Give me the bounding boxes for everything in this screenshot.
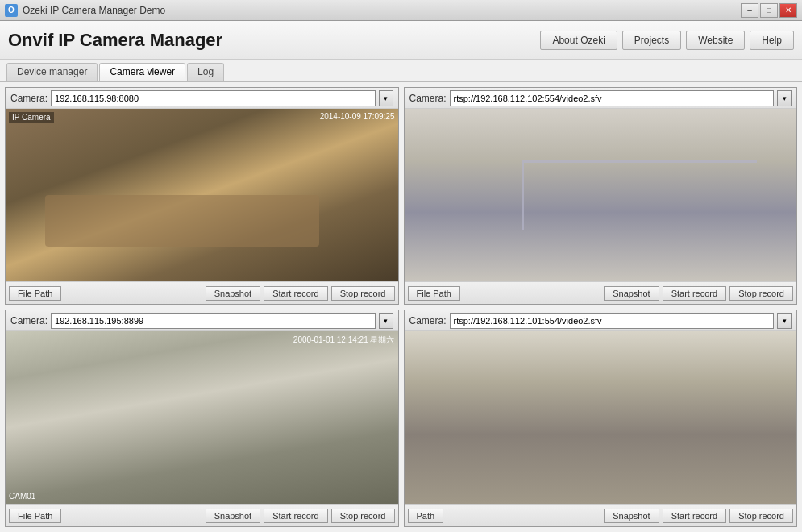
camera-panel-4: Camera: ▾ Path Snapshot Start record Sto… (404, 310, 798, 527)
camera-panel-3: Camera: ▾ 2000-01-01 12:14:21 星期六 CAM01 … (5, 310, 399, 527)
camera-2-filepath-button[interactable]: File Path (408, 286, 460, 301)
app-title: Onvif IP Camera Manager (8, 30, 222, 51)
camera-3-cam-id: CAM01 (9, 492, 35, 501)
camera-3-address-input[interactable] (51, 313, 375, 329)
camera-3-snapshot-button[interactable]: Snapshot (206, 509, 260, 523)
camera-3-dropdown[interactable]: ▾ (379, 313, 393, 329)
close-button[interactable]: ✕ (779, 3, 797, 18)
camera-2-start-record-button[interactable]: Start record (663, 286, 726, 301)
camera-4-snapshot-button[interactable]: Snapshot (604, 509, 659, 523)
camera-2-dropdown[interactable]: ▾ (777, 90, 792, 106)
office-desk-decoration (45, 195, 320, 247)
camera-1-stop-record-button[interactable]: Stop record (331, 286, 395, 301)
camera-4-header: Camera: ▾ (405, 310, 797, 331)
camera-3-filepath-button[interactable]: File Path (9, 509, 61, 523)
tab-log[interactable]: Log (187, 63, 224, 81)
camera-1-label: Camera: (10, 93, 48, 104)
camera-4-address-input[interactable] (450, 313, 774, 329)
tab-device-manager[interactable]: Device manager (6, 63, 98, 81)
camera-3-video: 2000-01-01 12:14:21 星期六 CAM01 (6, 331, 398, 504)
camera-3-label: Camera: (10, 315, 48, 326)
camera-4-video (405, 331, 797, 504)
camera-4-stop-record-button[interactable]: Stop record (729, 509, 793, 523)
header-buttons: About Ozeki Projects Website Help (540, 31, 794, 50)
camera-4-footer: Path Snapshot Start record Stop record (405, 504, 797, 526)
camera-4-label: Camera: (409, 315, 447, 326)
camera-3-footer: File Path Snapshot Start record Stop rec… (6, 504, 398, 526)
maximize-button[interactable]: □ (760, 3, 778, 18)
camera-1-address-input[interactable] (51, 90, 375, 106)
camera-panel-2: Camera: ▾ File Path Snapshot Start recor… (404, 87, 798, 305)
camera-2-header: Camera: ▾ (405, 88, 797, 109)
camera-2-snapshot-button[interactable]: Snapshot (604, 286, 659, 301)
window-title: Ozeki IP Camera Manager Demo (23, 5, 165, 16)
app-icon: O (5, 4, 18, 17)
camera-1-overlay-label: IP Camera (9, 112, 54, 123)
website-button[interactable]: Website (686, 31, 745, 50)
camera-4-filepath-button[interactable]: Path (408, 509, 444, 523)
camera-2-stop-record-button[interactable]: Stop record (729, 286, 793, 301)
title-bar: O Ozeki IP Camera Manager Demo – □ ✕ (0, 0, 802, 21)
tabs-bar: Device manager Camera viewer Log (0, 60, 802, 82)
tab-camera-viewer[interactable]: Camera viewer (99, 63, 185, 81)
camera-1-header: Camera: ▾ (6, 88, 398, 109)
menu-bar: Onvif IP Camera Manager About Ozeki Proj… (0, 21, 802, 60)
window-controls: – □ ✕ (741, 3, 797, 18)
camera-3-stop-record-button[interactable]: Stop record (331, 509, 395, 523)
camera-2-address-input[interactable] (450, 90, 774, 106)
camera-1-dropdown[interactable]: ▾ (379, 90, 393, 106)
camera-1-video: IP Camera 2014-10-09 17:09:25 (6, 109, 398, 281)
help-button[interactable]: Help (750, 31, 794, 50)
camera-4-dropdown[interactable]: ▾ (777, 313, 792, 329)
camera-1-filepath-button[interactable]: File Path (9, 286, 61, 301)
camera-4-start-record-button[interactable]: Start record (663, 509, 726, 523)
camera-3-feed (6, 331, 398, 504)
camera-4-feed (405, 331, 797, 504)
camera-1-footer: File Path Snapshot Start record Stop rec… (6, 281, 398, 304)
camera-3-header: Camera: ▾ (6, 310, 398, 331)
about-ozeki-button[interactable]: About Ozeki (540, 31, 617, 50)
camera-3-start-record-button[interactable]: Start record (264, 509, 327, 523)
camera-2-video (405, 109, 797, 281)
camera-1-start-record-button[interactable]: Start record (264, 286, 327, 301)
projects-button[interactable]: Projects (622, 31, 681, 50)
camera-grid: Camera: ▾ IP Camera 2014-10-09 17:09:25 … (0, 82, 802, 532)
stair-rail-decoration (522, 160, 757, 230)
minimize-button[interactable]: – (741, 3, 758, 18)
camera-3-timestamp: 2000-01-01 12:14:21 星期六 (293, 335, 395, 346)
camera-panel-1: Camera: ▾ IP Camera 2014-10-09 17:09:25 … (5, 87, 399, 305)
camera-2-footer: File Path Snapshot Start record Stop rec… (405, 281, 797, 304)
camera-1-timestamp: 2014-10-09 17:09:25 (320, 112, 395, 121)
camera-2-label: Camera: (409, 93, 447, 104)
camera-1-snapshot-button[interactable]: Snapshot (206, 286, 260, 301)
